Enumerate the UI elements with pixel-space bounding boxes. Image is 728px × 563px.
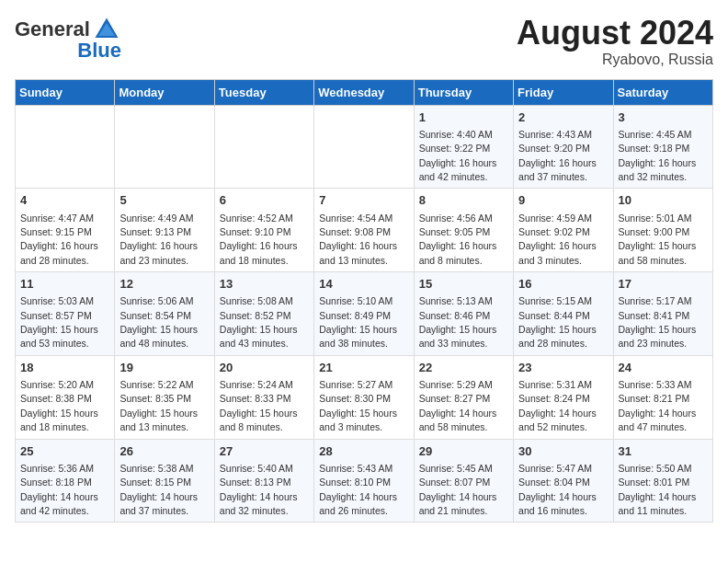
day-number: 23 <box>518 360 608 376</box>
day-info: Sunrise: 5:31 AM Sunset: 8:24 PM Dayligh… <box>518 379 597 432</box>
calendar-day-cell: 12Sunrise: 5:06 AM Sunset: 8:54 PM Dayli… <box>115 272 214 356</box>
day-info: Sunrise: 5:29 AM Sunset: 8:27 PM Dayligh… <box>419 379 497 432</box>
day-number: 22 <box>419 360 508 376</box>
day-info: Sunrise: 5:40 AM Sunset: 8:13 PM Dayligh… <box>220 463 298 516</box>
day-number: 10 <box>619 192 708 209</box>
calendar-day-cell: 19Sunrise: 5:22 AM Sunset: 8:35 PM Dayli… <box>115 355 214 439</box>
weekday-header-tuesday: Tuesday <box>214 79 313 105</box>
day-number: 1 <box>419 109 508 126</box>
day-number: 3 <box>619 109 708 126</box>
day-number: 6 <box>220 192 309 209</box>
logo-blue-text: Blue <box>77 40 121 61</box>
calendar-day-cell: 8Sunrise: 4:56 AM Sunset: 9:05 PM Daylig… <box>414 189 513 272</box>
day-info: Sunrise: 5:27 AM Sunset: 8:30 PM Dayligh… <box>319 379 397 432</box>
day-number: 12 <box>119 276 209 293</box>
calendar-table: SundayMondayTuesdayWednesdayThursdayFrid… <box>15 79 713 523</box>
day-info: Sunrise: 4:40 AM Sunset: 9:22 PM Dayligh… <box>419 129 497 182</box>
day-number: 30 <box>518 443 608 460</box>
day-info: Sunrise: 5:20 AM Sunset: 8:38 PM Dayligh… <box>20 379 98 432</box>
day-number: 19 <box>119 360 209 376</box>
day-number: 29 <box>419 443 508 460</box>
weekday-header-thursday: Thursday <box>414 79 513 105</box>
day-info: Sunrise: 5:47 AM Sunset: 8:04 PM Dayligh… <box>518 463 597 516</box>
calendar-day-cell: 27Sunrise: 5:40 AM Sunset: 8:13 PM Dayli… <box>214 439 313 523</box>
day-number: 14 <box>319 276 408 293</box>
logo: General Blue <box>15 15 121 61</box>
day-info: Sunrise: 4:52 AM Sunset: 9:10 PM Dayligh… <box>220 213 298 266</box>
day-number: 28 <box>319 443 408 460</box>
calendar-day-cell: 31Sunrise: 5:50 AM Sunset: 8:01 PM Dayli… <box>613 439 712 523</box>
day-info: Sunrise: 4:56 AM Sunset: 9:05 PM Dayligh… <box>419 213 497 266</box>
calendar-week-row: 25Sunrise: 5:36 AM Sunset: 8:18 PM Dayli… <box>16 439 713 523</box>
day-number: 27 <box>220 443 309 460</box>
weekday-header-wednesday: Wednesday <box>314 79 414 105</box>
calendar-day-cell: 28Sunrise: 5:43 AM Sunset: 8:10 PM Dayli… <box>314 439 414 523</box>
location-subtitle: Ryabovo, Russia <box>517 52 713 68</box>
page-header: General Blue August 2024 Ryabovo, Russia <box>15 15 713 68</box>
day-number: 17 <box>619 276 708 293</box>
weekday-header-row: SundayMondayTuesdayWednesdayThursdayFrid… <box>16 79 713 105</box>
calendar-day-cell: 18Sunrise: 5:20 AM Sunset: 8:38 PM Dayli… <box>16 355 115 439</box>
day-number: 24 <box>619 360 708 376</box>
day-number: 4 <box>20 192 109 209</box>
weekday-header-monday: Monday <box>115 79 214 105</box>
calendar-day-cell: 14Sunrise: 5:10 AM Sunset: 8:49 PM Dayli… <box>314 272 414 356</box>
day-number: 7 <box>319 192 408 209</box>
day-info: Sunrise: 5:24 AM Sunset: 8:33 PM Dayligh… <box>220 379 298 432</box>
weekday-header-friday: Friday <box>514 79 613 105</box>
day-number: 31 <box>619 443 708 460</box>
weekday-header-saturday: Saturday <box>613 79 712 105</box>
calendar-day-cell: 16Sunrise: 5:15 AM Sunset: 8:44 PM Dayli… <box>514 272 613 356</box>
calendar-day-cell: 11Sunrise: 5:03 AM Sunset: 8:57 PM Dayli… <box>16 272 115 356</box>
day-info: Sunrise: 5:08 AM Sunset: 8:52 PM Dayligh… <box>220 295 298 349</box>
calendar-day-cell: 5Sunrise: 4:49 AM Sunset: 9:13 PM Daylig… <box>115 189 214 272</box>
calendar-week-row: 18Sunrise: 5:20 AM Sunset: 8:38 PM Dayli… <box>16 355 713 439</box>
day-number: 20 <box>220 360 309 376</box>
calendar-day-cell <box>214 105 313 189</box>
day-number: 21 <box>319 360 408 376</box>
calendar-day-cell <box>16 105 115 189</box>
day-number: 13 <box>220 276 309 293</box>
calendar-day-cell: 6Sunrise: 4:52 AM Sunset: 9:10 PM Daylig… <box>214 189 313 272</box>
calendar-day-cell: 29Sunrise: 5:45 AM Sunset: 8:07 PM Dayli… <box>414 439 513 523</box>
day-number: 25 <box>20 443 109 460</box>
logo-general-text: General <box>15 19 90 40</box>
calendar-day-cell: 1Sunrise: 4:40 AM Sunset: 9:22 PM Daylig… <box>414 105 513 189</box>
calendar-day-cell: 21Sunrise: 5:27 AM Sunset: 8:30 PM Dayli… <box>314 355 414 439</box>
day-info: Sunrise: 5:15 AM Sunset: 8:44 PM Dayligh… <box>518 295 597 349</box>
day-number: 8 <box>419 192 508 209</box>
day-info: Sunrise: 4:54 AM Sunset: 9:08 PM Dayligh… <box>319 213 397 266</box>
day-number: 26 <box>119 443 209 460</box>
day-number: 15 <box>419 276 508 293</box>
day-info: Sunrise: 4:43 AM Sunset: 9:20 PM Dayligh… <box>518 129 597 182</box>
day-info: Sunrise: 5:13 AM Sunset: 8:46 PM Dayligh… <box>419 295 497 349</box>
day-info: Sunrise: 4:47 AM Sunset: 9:15 PM Dayligh… <box>20 213 98 266</box>
day-info: Sunrise: 5:38 AM Sunset: 8:15 PM Dayligh… <box>119 463 198 516</box>
calendar-day-cell: 25Sunrise: 5:36 AM Sunset: 8:18 PM Dayli… <box>16 439 115 523</box>
day-info: Sunrise: 5:22 AM Sunset: 8:35 PM Dayligh… <box>119 379 198 432</box>
day-number: 2 <box>518 109 608 126</box>
day-number: 5 <box>119 192 209 209</box>
calendar-day-cell: 17Sunrise: 5:17 AM Sunset: 8:41 PM Dayli… <box>613 272 712 356</box>
day-info: Sunrise: 5:06 AM Sunset: 8:54 PM Dayligh… <box>119 295 198 349</box>
calendar-day-cell: 22Sunrise: 5:29 AM Sunset: 8:27 PM Dayli… <box>414 355 513 439</box>
weekday-header-sunday: Sunday <box>16 79 115 105</box>
day-info: Sunrise: 5:33 AM Sunset: 8:21 PM Dayligh… <box>619 379 697 432</box>
calendar-day-cell: 26Sunrise: 5:38 AM Sunset: 8:15 PM Dayli… <box>115 439 214 523</box>
day-info: Sunrise: 5:50 AM Sunset: 8:01 PM Dayligh… <box>619 463 697 516</box>
calendar-week-row: 1Sunrise: 4:40 AM Sunset: 9:22 PM Daylig… <box>16 105 713 189</box>
day-info: Sunrise: 4:45 AM Sunset: 9:18 PM Dayligh… <box>619 129 697 182</box>
day-number: 16 <box>518 276 608 293</box>
day-info: Sunrise: 5:01 AM Sunset: 9:00 PM Dayligh… <box>619 213 697 266</box>
calendar-day-cell <box>115 105 214 189</box>
calendar-day-cell: 3Sunrise: 4:45 AM Sunset: 9:18 PM Daylig… <box>613 105 712 189</box>
day-info: Sunrise: 5:45 AM Sunset: 8:07 PM Dayligh… <box>419 463 497 516</box>
day-info: Sunrise: 4:49 AM Sunset: 9:13 PM Dayligh… <box>119 213 198 266</box>
calendar-day-cell: 9Sunrise: 4:59 AM Sunset: 9:02 PM Daylig… <box>514 189 613 272</box>
calendar-day-cell: 7Sunrise: 4:54 AM Sunset: 9:08 PM Daylig… <box>314 189 414 272</box>
day-info: Sunrise: 5:03 AM Sunset: 8:57 PM Dayligh… <box>20 295 98 349</box>
day-info: Sunrise: 5:43 AM Sunset: 8:10 PM Dayligh… <box>319 463 397 516</box>
day-number: 18 <box>20 360 109 376</box>
calendar-day-cell: 13Sunrise: 5:08 AM Sunset: 8:52 PM Dayli… <box>214 272 313 356</box>
calendar-day-cell: 15Sunrise: 5:13 AM Sunset: 8:46 PM Dayli… <box>414 272 513 356</box>
